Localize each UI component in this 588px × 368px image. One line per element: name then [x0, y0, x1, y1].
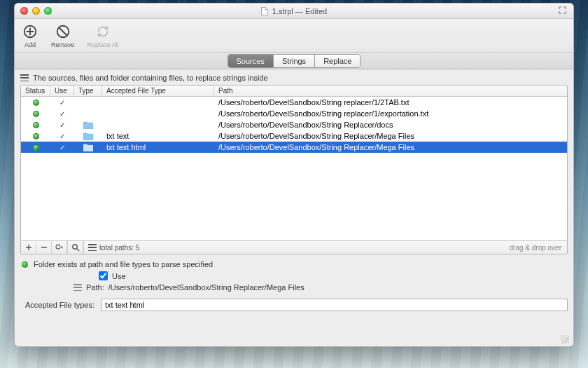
quicklook-button[interactable] [68, 241, 83, 254]
status-indicator-icon [33, 133, 39, 139]
folder-icon [83, 121, 93, 129]
accepted-label: Accepted File types: [20, 301, 97, 309]
drag-hint: drag & drop over [510, 244, 568, 252]
tab-strings[interactable]: Strings [274, 55, 315, 67]
footer-count: total paths: 5 [84, 244, 144, 252]
folder-icon [83, 132, 93, 140]
zoom-window-button[interactable] [44, 7, 52, 15]
table-header: Status Use Type Accepted File Type Path [21, 86, 567, 97]
cell-path: /Users/roberto/DevelSandbox/String Repla… [214, 132, 567, 140]
remove-label: Remove [51, 41, 75, 48]
accepted-file-types-input[interactable] [102, 299, 568, 311]
detail-path-row: Path: /Users/roberto/DevelSandbox/String… [20, 282, 568, 293]
add-row-button[interactable] [21, 241, 36, 254]
path-value: /Users/roberto/DevelSandbox/String Repla… [108, 283, 304, 292]
col-header-use[interactable]: Use [50, 86, 74, 96]
col-header-status[interactable]: Status [21, 86, 50, 96]
window-title: 1.strpl — Edited [15, 7, 573, 15]
sources-table: Status Use Type Accepted File Type Path … [20, 85, 568, 254]
list-icon [20, 74, 29, 81]
detail-block: Folder exists at path and file types to … [20, 259, 568, 313]
list-icon [74, 284, 82, 291]
window-title-text: 1.strpl — Edited [272, 7, 327, 15]
remove-row-button[interactable] [36, 241, 52, 254]
window-controls [20, 7, 52, 15]
plus-circle-icon [22, 23, 38, 40]
add-label: Add [24, 41, 36, 48]
detail-status-row: Folder exists at path and file types to … [20, 259, 568, 270]
app-window: 1.strpl — Edited Add Remove Replace All [14, 3, 574, 347]
replace-all-label: Replace All [88, 41, 119, 48]
svg-point-3 [72, 245, 76, 249]
list-icon [88, 244, 97, 251]
cell-accepted: txt text [102, 132, 214, 140]
table-footer: total paths: 5 drag & drop over [21, 240, 567, 254]
status-indicator-icon [22, 261, 28, 268]
checkmark-icon: ✓ [59, 121, 65, 129]
action-menu-button[interactable] [52, 241, 67, 254]
detail-use-row: Use [20, 270, 568, 282]
table-row[interactable]: ✓txt text/Users/roberto/DevelSandbox/Str… [21, 130, 567, 142]
cell-path: /Users/roberto/DevelSandbox/String repla… [214, 98, 567, 107]
table-row[interactable]: ✓txt text html/Users/roberto/DevelSandbo… [21, 142, 567, 153]
close-window-button[interactable] [20, 7, 28, 15]
total-paths-text: total paths: 5 [99, 244, 139, 252]
status-indicator-icon [33, 122, 39, 128]
prohibit-icon [55, 23, 71, 40]
checkmark-icon: ✓ [59, 144, 65, 151]
col-header-type[interactable]: Type [74, 86, 102, 96]
table-row[interactable]: ✓/Users/roberto/DevelSandbox/String Repl… [21, 119, 567, 130]
remove-button[interactable]: Remove [51, 23, 75, 48]
use-label: Use [112, 272, 126, 280]
path-label: Path: [86, 283, 104, 292]
cell-path: /Users/roberto/DevelSandbox/String Repla… [214, 143, 567, 151]
checkmark-icon: ✓ [59, 99, 65, 107]
tab-segmented-control: Sources Strings Replace [227, 54, 361, 68]
toolbar: Add Remove Replace All [15, 19, 573, 53]
table-body: ✓/Users/roberto/DevelSandbox/String repl… [21, 97, 567, 240]
table-row[interactable]: ✓/Users/roberto/DevelSandbox/String repl… [21, 108, 567, 119]
status-indicator-icon [33, 144, 39, 151]
minimize-window-button[interactable] [32, 7, 40, 15]
resize-grip-icon[interactable] [561, 335, 569, 343]
description-text: The sources, files and folder containing… [33, 74, 268, 82]
content-area: The sources, files and folder containing… [15, 69, 573, 346]
titlebar: 1.strpl — Edited [15, 4, 573, 19]
detail-accepted-row: Accepted File types: [20, 297, 568, 313]
tab-replace[interactable]: Replace [315, 55, 360, 67]
col-header-accepted[interactable]: Accepted File Type [102, 86, 214, 96]
tab-sources[interactable]: Sources [228, 55, 274, 67]
col-header-path[interactable]: Path [214, 86, 567, 96]
refresh-icon [94, 23, 111, 40]
document-icon [261, 7, 268, 15]
checkmark-icon: ✓ [59, 110, 65, 118]
description-row: The sources, files and folder containing… [20, 72, 568, 85]
fullscreen-button[interactable] [557, 6, 568, 15]
tabs-row: Sources Strings Replace [15, 53, 573, 69]
cell-path: /Users/roberto/DevelSandbox/String Repla… [214, 121, 567, 129]
replace-all-button[interactable]: Replace All [88, 23, 119, 48]
status-indicator-icon [33, 100, 39, 106]
detail-status-text: Folder exists at path and file types to … [34, 260, 213, 268]
folder-icon [83, 144, 93, 151]
use-checkbox[interactable] [99, 271, 108, 280]
checkmark-icon: ✓ [59, 132, 65, 140]
status-indicator-icon [33, 111, 39, 117]
cell-path: /Users/roberto/DevelSandbox/String repla… [214, 109, 567, 118]
table-row[interactable]: ✓/Users/roberto/DevelSandbox/String repl… [21, 97, 567, 108]
cell-accepted: txt text html [102, 143, 214, 151]
add-button[interactable]: Add [22, 23, 38, 48]
